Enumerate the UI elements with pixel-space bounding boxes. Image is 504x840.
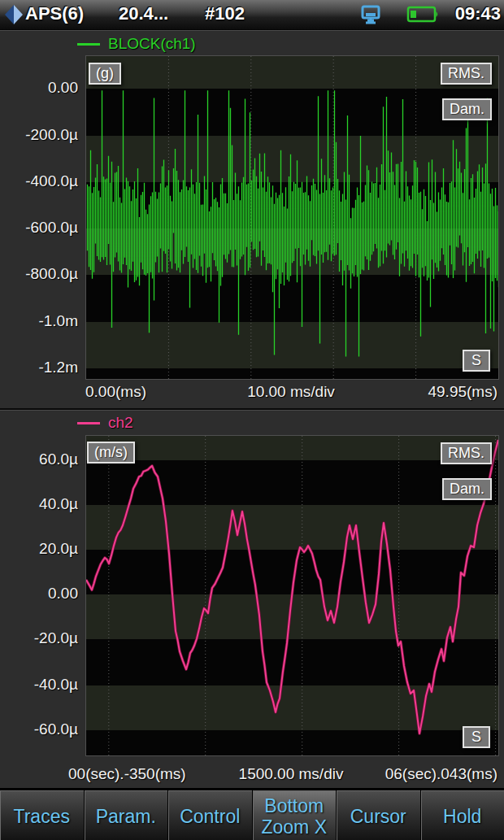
x-start-label-ch2: 00(sec).-350(ms) <box>68 765 186 783</box>
menu-label: Zoom X <box>261 816 327 838</box>
x-end-label-ch2: 06(sec).043(ms) <box>385 765 497 783</box>
y-tick: -1.0m <box>0 312 78 330</box>
y-tick: -40.0µ <box>0 676 78 694</box>
menu-label: Param. <box>96 806 156 827</box>
y-tick: -20.0µ <box>0 629 78 647</box>
x-end-label-ch1: 49.95(ms) <box>428 383 497 401</box>
menu-item-hold[interactable]: Hold <box>421 790 504 840</box>
legend-dash-ch1-icon <box>77 43 100 46</box>
legend-ch2: ch2 <box>77 415 133 431</box>
y-tick: -600.0µ <box>0 219 78 237</box>
record-number: #102 <box>205 3 245 24</box>
menu-label: Control <box>180 806 240 827</box>
rms-button-ch2[interactable]: RMS. <box>441 442 492 464</box>
menu-label: Traces <box>14 806 70 827</box>
legend-ch1: BLOCK(ch1) <box>77 36 196 52</box>
y-tick: -800.0µ <box>0 265 78 283</box>
menu-label: Cursor <box>350 806 406 827</box>
unit-box-ch2: (m/s) <box>87 442 135 464</box>
y-tick: 20.0µ <box>0 540 78 558</box>
dam-button-ch2[interactable]: Dam. <box>442 478 492 500</box>
y-tick: 40.0µ <box>0 495 78 513</box>
menu-item-cursor[interactable]: Cursor <box>337 790 421 840</box>
status-value: 20.4... <box>119 3 168 24</box>
softkey-menu: Traces Param. Control Bottom Zoom X Curs… <box>0 788 504 840</box>
menu-item-bottom-zoom-x[interactable]: Bottom Zoom X <box>253 790 337 840</box>
y-tick: -400.0µ <box>0 172 78 190</box>
legend-label-ch1: BLOCK(ch1) <box>108 35 196 53</box>
y-tick: 0.00 <box>0 585 78 603</box>
clock: 09:43 <box>455 3 501 24</box>
analyzer-screen: APS(6) 20.4... #102 09:43 BLOCK(ch1) 0.0… <box>0 0 504 840</box>
y-tick: -200.0µ <box>0 126 78 144</box>
x-div-label-ch1: 10.00 ms/div <box>247 383 335 401</box>
menu-item-param[interactable]: Param. <box>85 790 169 840</box>
scale-button-ch1[interactable]: S <box>463 350 490 372</box>
nav-diamond-icon[interactable] <box>4 4 24 28</box>
menu-item-traces[interactable]: Traces <box>0 790 85 840</box>
x-div-label-ch2: 1500.00 ms/div <box>239 765 344 783</box>
status-bar: APS(6) 20.4... #102 09:43 <box>0 0 504 31</box>
x-start-label-ch1: 0.00(ms) <box>85 383 146 401</box>
rms-button-ch1[interactable]: RMS. <box>441 63 492 85</box>
menu-item-control[interactable]: Control <box>168 790 253 840</box>
battery-icon <box>406 6 442 27</box>
y-tick: -60.0µ <box>0 720 78 738</box>
y-tick: -1.2m <box>0 359 78 376</box>
menu-label: Hold <box>443 806 481 827</box>
waveform-plot-ch1[interactable] <box>85 55 499 380</box>
y-tick: 0.00 <box>0 79 78 97</box>
menu-label: Bottom <box>264 795 324 816</box>
y-tick: 60.0µ <box>0 450 78 468</box>
scale-button-ch2[interactable]: S <box>463 726 490 748</box>
app-title[interactable]: APS(6) <box>25 3 84 24</box>
waveform-plot-ch2[interactable] <box>85 435 499 756</box>
dam-button-ch1[interactable]: Dam. <box>442 98 492 120</box>
legend-label-ch2: ch2 <box>108 414 133 432</box>
network-icon <box>359 5 382 28</box>
unit-box-ch1: (g) <box>89 63 121 85</box>
legend-dash-ch2-icon <box>77 422 100 424</box>
